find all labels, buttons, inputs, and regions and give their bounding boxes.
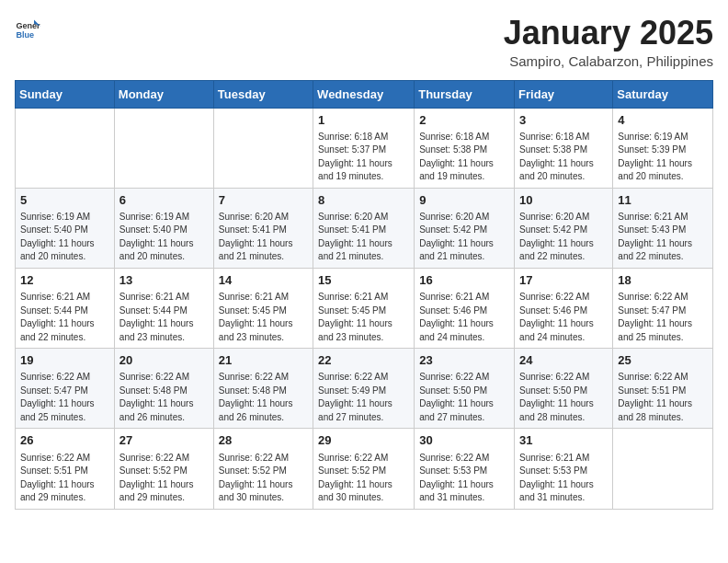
calendar-cell: 8Sunrise: 6:20 AM Sunset: 5:41 PM Daylig… [313, 188, 415, 268]
day-info: Sunrise: 6:21 AM Sunset: 5:45 PM Dayligh… [318, 291, 409, 344]
calendar-cell: 9Sunrise: 6:20 AM Sunset: 5:42 PM Daylig… [415, 188, 515, 268]
day-number: 26 [20, 432, 109, 449]
day-number: 6 [119, 192, 209, 209]
day-number: 10 [519, 192, 608, 209]
day-number: 9 [419, 192, 509, 209]
calendar-week-row: 26Sunrise: 6:22 AM Sunset: 5:51 PM Dayli… [16, 429, 713, 509]
calendar-cell: 23Sunrise: 6:22 AM Sunset: 5:50 PM Dayli… [415, 349, 515, 429]
calendar-cell: 31Sunrise: 6:21 AM Sunset: 5:53 PM Dayli… [515, 429, 613, 509]
day-info: Sunrise: 6:22 AM Sunset: 5:50 PM Dayligh… [519, 371, 608, 424]
calendar-cell: 17Sunrise: 6:22 AM Sunset: 5:46 PM Dayli… [515, 268, 613, 348]
calendar-cell: 20Sunrise: 6:22 AM Sunset: 5:48 PM Dayli… [114, 349, 213, 429]
day-info: Sunrise: 6:21 AM Sunset: 5:46 PM Dayligh… [419, 291, 509, 344]
day-number: 22 [318, 352, 409, 369]
calendar-cell [213, 108, 313, 188]
day-number: 2 [419, 112, 509, 129]
day-number: 11 [618, 192, 708, 209]
calendar-cell: 10Sunrise: 6:20 AM Sunset: 5:42 PM Dayli… [515, 188, 613, 268]
calendar-cell: 11Sunrise: 6:21 AM Sunset: 5:43 PM Dayli… [613, 188, 713, 268]
calendar-week-row: 1Sunrise: 6:18 AM Sunset: 5:37 PM Daylig… [16, 108, 713, 188]
day-info: Sunrise: 6:22 AM Sunset: 5:48 PM Dayligh… [119, 371, 209, 424]
day-info: Sunrise: 6:22 AM Sunset: 5:52 PM Dayligh… [318, 452, 409, 505]
calendar-cell: 6Sunrise: 6:19 AM Sunset: 5:40 PM Daylig… [114, 188, 213, 268]
day-info: Sunrise: 6:22 AM Sunset: 5:47 PM Dayligh… [618, 291, 708, 344]
title-block: January 2025 Sampiro, Calabarzon, Philip… [504, 15, 713, 69]
calendar-cell: 2Sunrise: 6:18 AM Sunset: 5:38 PM Daylig… [415, 108, 515, 188]
day-number: 25 [618, 352, 708, 369]
day-info: Sunrise: 6:19 AM Sunset: 5:39 PM Dayligh… [618, 131, 708, 184]
calendar-cell: 22Sunrise: 6:22 AM Sunset: 5:49 PM Dayli… [313, 349, 415, 429]
weekday-header-saturday: Saturday [613, 80, 713, 108]
calendar-cell [613, 429, 713, 509]
calendar-cell: 16Sunrise: 6:21 AM Sunset: 5:46 PM Dayli… [415, 268, 515, 348]
day-number: 30 [419, 432, 509, 449]
day-number: 20 [119, 352, 209, 369]
day-info: Sunrise: 6:18 AM Sunset: 5:38 PM Dayligh… [419, 131, 509, 184]
calendar-cell: 24Sunrise: 6:22 AM Sunset: 5:50 PM Dayli… [515, 349, 613, 429]
calendar-cell: 19Sunrise: 6:22 AM Sunset: 5:47 PM Dayli… [16, 349, 115, 429]
calendar-cell [114, 108, 213, 188]
logo: General Blue [15, 15, 40, 40]
day-info: Sunrise: 6:22 AM Sunset: 5:53 PM Dayligh… [419, 452, 509, 505]
calendar-cell: 5Sunrise: 6:19 AM Sunset: 5:40 PM Daylig… [16, 188, 115, 268]
day-info: Sunrise: 6:22 AM Sunset: 5:46 PM Dayligh… [519, 291, 608, 344]
day-info: Sunrise: 6:21 AM Sunset: 5:44 PM Dayligh… [20, 291, 109, 344]
day-info: Sunrise: 6:20 AM Sunset: 5:42 PM Dayligh… [419, 211, 509, 264]
day-number: 12 [20, 272, 109, 289]
day-number: 4 [618, 112, 708, 129]
day-number: 16 [419, 272, 509, 289]
calendar-cell [16, 108, 115, 188]
calendar-cell: 26Sunrise: 6:22 AM Sunset: 5:51 PM Dayli… [16, 429, 115, 509]
location-title: Sampiro, Calabarzon, Philippines [504, 53, 713, 69]
svg-text:Blue: Blue [16, 30, 34, 40]
calendar-cell: 12Sunrise: 6:21 AM Sunset: 5:44 PM Dayli… [16, 268, 115, 348]
day-number: 5 [20, 192, 109, 209]
day-info: Sunrise: 6:19 AM Sunset: 5:40 PM Dayligh… [20, 211, 109, 264]
weekday-header-wednesday: Wednesday [313, 80, 415, 108]
day-number: 7 [219, 192, 308, 209]
calendar-table: SundayMondayTuesdayWednesdayThursdayFrid… [15, 80, 713, 510]
calendar-cell: 28Sunrise: 6:22 AM Sunset: 5:52 PM Dayli… [213, 429, 313, 509]
weekday-header-monday: Monday [114, 80, 213, 108]
day-info: Sunrise: 6:18 AM Sunset: 5:37 PM Dayligh… [318, 131, 409, 184]
day-info: Sunrise: 6:19 AM Sunset: 5:40 PM Dayligh… [119, 211, 209, 264]
logo-icon: General Blue [15, 15, 40, 40]
day-info: Sunrise: 6:21 AM Sunset: 5:53 PM Dayligh… [519, 452, 608, 505]
day-number: 14 [219, 272, 308, 289]
day-number: 23 [419, 352, 509, 369]
calendar-cell: 27Sunrise: 6:22 AM Sunset: 5:52 PM Dayli… [114, 429, 213, 509]
calendar-week-row: 12Sunrise: 6:21 AM Sunset: 5:44 PM Dayli… [16, 268, 713, 348]
calendar-week-row: 19Sunrise: 6:22 AM Sunset: 5:47 PM Dayli… [16, 349, 713, 429]
calendar-cell: 18Sunrise: 6:22 AM Sunset: 5:47 PM Dayli… [613, 268, 713, 348]
weekday-header-sunday: Sunday [16, 80, 115, 108]
weekday-header-friday: Friday [515, 80, 613, 108]
day-number: 17 [519, 272, 608, 289]
day-number: 8 [318, 192, 409, 209]
calendar-cell: 15Sunrise: 6:21 AM Sunset: 5:45 PM Dayli… [313, 268, 415, 348]
day-info: Sunrise: 6:22 AM Sunset: 5:47 PM Dayligh… [20, 371, 109, 424]
calendar-cell: 1Sunrise: 6:18 AM Sunset: 5:37 PM Daylig… [313, 108, 415, 188]
calendar-cell: 29Sunrise: 6:22 AM Sunset: 5:52 PM Dayli… [313, 429, 415, 509]
calendar-cell: 21Sunrise: 6:22 AM Sunset: 5:48 PM Dayli… [213, 349, 313, 429]
day-info: Sunrise: 6:22 AM Sunset: 5:50 PM Dayligh… [419, 371, 509, 424]
day-number: 1 [318, 112, 409, 129]
day-info: Sunrise: 6:22 AM Sunset: 5:48 PM Dayligh… [219, 371, 308, 424]
day-number: 15 [318, 272, 409, 289]
calendar-cell: 13Sunrise: 6:21 AM Sunset: 5:44 PM Dayli… [114, 268, 213, 348]
page-header: General Blue January 2025 Sampiro, Calab… [15, 15, 713, 69]
day-info: Sunrise: 6:21 AM Sunset: 5:44 PM Dayligh… [119, 291, 209, 344]
month-title: January 2025 [504, 15, 713, 52]
day-info: Sunrise: 6:20 AM Sunset: 5:41 PM Dayligh… [318, 211, 409, 264]
calendar-cell: 3Sunrise: 6:18 AM Sunset: 5:38 PM Daylig… [515, 108, 613, 188]
calendar-cell: 30Sunrise: 6:22 AM Sunset: 5:53 PM Dayli… [415, 429, 515, 509]
day-info: Sunrise: 6:22 AM Sunset: 5:49 PM Dayligh… [318, 371, 409, 424]
day-number: 31 [519, 432, 608, 449]
day-info: Sunrise: 6:22 AM Sunset: 5:52 PM Dayligh… [219, 452, 308, 505]
day-number: 24 [519, 352, 608, 369]
day-info: Sunrise: 6:22 AM Sunset: 5:51 PM Dayligh… [618, 371, 708, 424]
day-number: 29 [318, 432, 409, 449]
calendar-cell: 4Sunrise: 6:19 AM Sunset: 5:39 PM Daylig… [613, 108, 713, 188]
day-info: Sunrise: 6:21 AM Sunset: 5:43 PM Dayligh… [618, 211, 708, 264]
day-number: 21 [219, 352, 308, 369]
calendar-cell: 25Sunrise: 6:22 AM Sunset: 5:51 PM Dayli… [613, 349, 713, 429]
